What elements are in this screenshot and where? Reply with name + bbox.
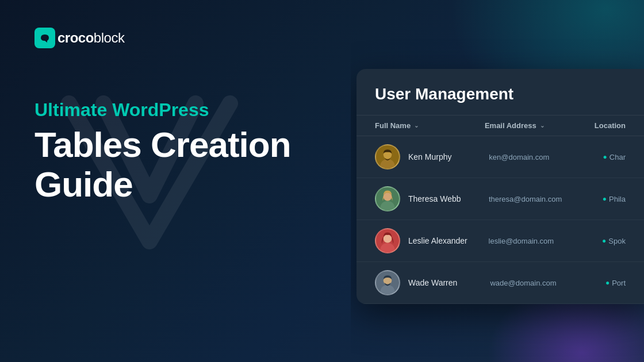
svg-point-0 — [43, 37, 44, 38]
logo-text: croco block — [57, 30, 124, 46]
tagline: Ultimate WordPress — [34, 99, 316, 121]
avatar — [375, 144, 400, 170]
table-header: Full Name ⌄ Email Address ⌄ Location — [356, 115, 644, 136]
email-cell: ken@domain.com — [489, 153, 603, 161]
logo-container: croco block — [34, 28, 316, 48]
user-cell: Leslie Alexander — [375, 228, 489, 253]
headline-line2: Guide — [34, 164, 133, 204]
location-cell: ● Spok — [602, 237, 626, 245]
avatar-theresa-svg — [376, 186, 399, 211]
avatar — [375, 270, 400, 295]
user-cell: Ken Murphy — [375, 144, 489, 170]
svg-point-1 — [46, 37, 48, 38]
table-title: User Management — [356, 85, 644, 115]
email-cell: wade@domain.com — [490, 279, 605, 287]
table-row[interactable]: Ken Murphy ken@domain.com ● Char — [356, 136, 644, 178]
location-pin-icon: ● — [602, 237, 606, 245]
user-name: Wade Warren — [408, 278, 457, 287]
headline: Tables Creation Guide — [34, 125, 316, 203]
table-row[interactable]: Leslie Alexander leslie@domain.com ● Spo… — [356, 220, 644, 262]
user-name: Leslie Alexander — [408, 236, 467, 245]
svg-point-6 — [384, 192, 392, 201]
avatar — [375, 186, 400, 211]
table-row[interactable]: Theresa Webb theresa@domain.com ● Phila — [356, 178, 644, 220]
avatar-leslie-svg — [376, 228, 399, 253]
avatar — [375, 228, 400, 253]
avatar-wade-svg — [376, 270, 399, 295]
location-cell: ● Port — [605, 279, 626, 287]
location-text: Port — [612, 279, 626, 287]
user-cell: Theresa Webb — [375, 186, 489, 211]
email-cell: leslie@domain.com — [489, 237, 603, 245]
location-text: Phila — [609, 195, 626, 203]
location-pin-icon: ● — [603, 153, 607, 161]
svg-point-9 — [384, 234, 392, 243]
user-cell: Wade Warren — [375, 270, 490, 295]
logo-croco: croco — [57, 30, 94, 46]
right-panel: User Management Full Name ⌄ Email Addres… — [351, 0, 644, 362]
sort-icon-name: ⌄ — [414, 122, 419, 129]
col-email-label: Email Address — [485, 121, 536, 130]
location-pin-icon: ● — [605, 279, 610, 287]
location-cell: ● Char — [603, 153, 626, 161]
location-text: Char — [610, 153, 626, 161]
logo-icon — [34, 28, 55, 48]
location-pin-icon: ● — [603, 195, 607, 203]
column-location: Location — [595, 121, 626, 130]
column-full-name[interactable]: Full Name ⌄ — [375, 121, 485, 130]
left-panel: croco block Ultimate WordPress Tables Cr… — [0, 0, 351, 362]
column-email[interactable]: Email Address ⌄ — [485, 121, 595, 130]
logo-svg — [39, 32, 51, 44]
user-name: Theresa Webb — [408, 194, 461, 203]
sort-icon-email: ⌄ — [540, 122, 545, 129]
table-row[interactable]: Wade Warren wade@domain.com ● Port — [356, 262, 644, 304]
location-cell: ● Phila — [603, 195, 626, 203]
avatar-ken-svg — [376, 144, 399, 170]
user-name: Ken Murphy — [408, 152, 451, 161]
logo-block: block — [94, 30, 125, 46]
col-name-label: Full Name — [375, 121, 411, 130]
col-location-label: Location — [595, 121, 626, 130]
table-card: User Management Full Name ⌄ Email Addres… — [356, 69, 644, 304]
location-text: Spok — [608, 237, 626, 245]
headline-line1: Tables Creation — [34, 125, 291, 164]
email-cell: theresa@domain.com — [489, 195, 603, 203]
